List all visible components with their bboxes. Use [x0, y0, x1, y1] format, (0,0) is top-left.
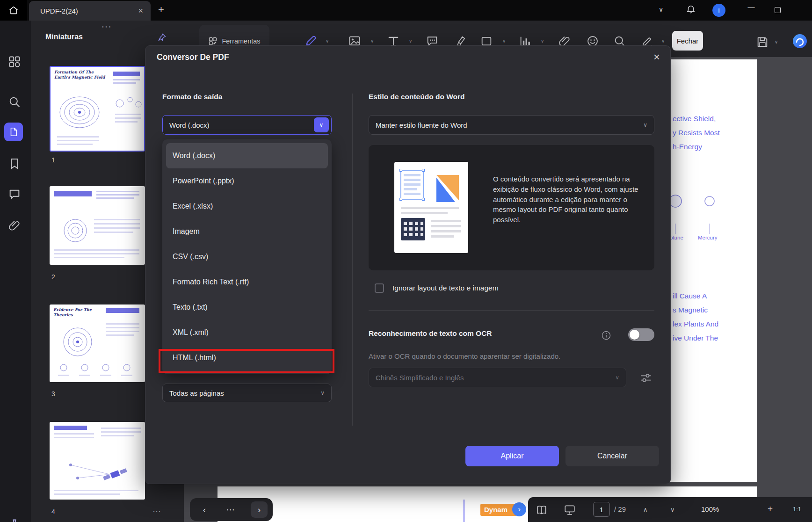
menu-item-csv[interactable]: CSV (.csv): [166, 244, 328, 269]
page-down-chevron-icon[interactable]: ∨: [670, 506, 675, 513]
text-tool-chevron-icon[interactable]: ∨: [409, 38, 412, 44]
dialog-divider: [352, 94, 353, 426]
next-page-chevron-icon[interactable]: ›: [251, 501, 268, 518]
page-number-input[interactable]: [593, 502, 610, 517]
home-button[interactable]: [0, 0, 27, 21]
close-tools-button[interactable]: Fechar: [672, 31, 703, 51]
planet-label: Mercury: [698, 235, 718, 240]
maximize-button[interactable]: [775, 7, 781, 13]
avatar[interactable]: I: [712, 4, 725, 17]
pin-icon[interactable]: [157, 33, 167, 42]
tab-list-chevron-icon[interactable]: ∨: [659, 6, 663, 13]
word-style-label: Estilo de conteúdo do Word: [369, 93, 465, 101]
sidebar-item-thumbnails[interactable]: [4, 123, 23, 141]
minimize-button[interactable]: —: [746, 3, 757, 11]
output-format-label: Formato de saída: [162, 93, 222, 101]
output-format-chevron-button[interactable]: ∨: [314, 117, 329, 132]
zoom-in-icon[interactable]: +: [768, 504, 773, 514]
ocr-hint: Ativar o OCR quando o documento aparenta…: [369, 352, 560, 360]
thumbnail-page-4[interactable]: [50, 422, 145, 500]
pdf-converter-dialog: Conversor De PDF × Formato de saída Word…: [145, 45, 671, 484]
panel-drag-handle[interactable]: ⋯: [101, 21, 112, 33]
zoom-level[interactable]: 100%: [701, 505, 719, 513]
tab-close-icon[interactable]: ×: [138, 7, 143, 15]
thumbnail-page-3[interactable]: Evidence For The Theories: [50, 304, 145, 382]
nav-more-icon[interactable]: ⋯: [224, 498, 238, 521]
page-range-chevron-icon: ∨: [320, 390, 325, 396]
menu-item-xml[interactable]: XML (.xml): [166, 320, 328, 345]
home-icon: [8, 5, 19, 15]
page-up-chevron-icon[interactable]: ∧: [643, 506, 648, 513]
avatar-initial: I: [718, 7, 720, 14]
fit-actual-size-button[interactable]: 1:1: [793, 506, 801, 513]
ocr-settings-sliders-icon[interactable]: [639, 371, 652, 384]
presentation-icon[interactable]: [564, 504, 576, 516]
output-format-select[interactable]: Word (.docx) ∨: [162, 115, 332, 135]
search-icon[interactable]: [8, 95, 21, 109]
save-icon[interactable]: [756, 36, 769, 49]
bookmark-icon[interactable]: [8, 157, 21, 170]
page-range-select[interactable]: Todas as páginas ∨: [162, 384, 332, 402]
page-range-value: Todas as páginas: [169, 389, 224, 397]
menu-item-image[interactable]: Imagem: [166, 219, 328, 244]
shape-tool-chevron-icon[interactable]: ∨: [502, 38, 506, 44]
page-number-label: 1: [51, 156, 55, 164]
document-tab[interactable]: UPDF-2(24) ×: [29, 1, 151, 21]
page-nav-pill: ‹ ⋯ ›: [190, 498, 273, 521]
word-style-select[interactable]: Manter estilo fluente do Word ∨: [369, 115, 654, 135]
doc-text-fragment: ective Shield,: [673, 115, 716, 123]
planet-diagram: [664, 191, 730, 238]
thumbnail-art: [50, 422, 145, 500]
updf-ai-icon[interactable]: [792, 34, 807, 49]
style-description: O conteúdo convertido será apresentado n…: [493, 174, 644, 225]
thumbnail-page-1[interactable]: Formation Of The Earth's Magnetic Field: [50, 66, 145, 152]
section-divider: [369, 310, 654, 311]
signature-tool-chevron-icon[interactable]: ∨: [661, 38, 665, 44]
thumbnail-page-2[interactable]: [50, 186, 145, 265]
ocr-language-select[interactable]: Chinês Simplificado e Inglês ∨: [369, 368, 626, 387]
cancel-button[interactable]: Cancelar: [566, 446, 659, 466]
menu-item-word[interactable]: Word (.docx): [166, 143, 328, 168]
apps-grid-icon[interactable]: [8, 55, 21, 68]
image-tool-chevron-icon[interactable]: ∨: [370, 38, 374, 44]
page-total-label: / 29: [614, 505, 626, 513]
tools-icon: [208, 36, 218, 46]
doc-text-fragment: ill Cause A: [673, 292, 707, 300]
pen-tool-chevron-icon[interactable]: ∨: [326, 38, 329, 44]
page-number-label: 4: [51, 508, 55, 515]
reader-mode-icon[interactable]: [536, 504, 548, 516]
menu-item-txt[interactable]: Texto (.txt): [166, 295, 328, 320]
planet-label: ptune: [670, 235, 683, 240]
ocr-info-icon[interactable]: [602, 331, 611, 340]
comments-icon[interactable]: [8, 188, 21, 201]
ocr-label: Reconhecimento de texto com OCR: [369, 329, 492, 338]
tools-label: Ferramentas: [222, 37, 260, 45]
page-number-label: 3: [51, 390, 55, 398]
save-chevron-icon[interactable]: ∨: [775, 39, 778, 44]
document-icon: [8, 127, 19, 137]
next-result-button[interactable]: ›: [512, 502, 526, 516]
ignore-layout-checkbox[interactable]: [375, 283, 384, 293]
ink-tools-icon[interactable]: [8, 518, 21, 522]
doc-text-fragment: ive Under The: [673, 334, 718, 342]
output-format-menu: Word (.docx) PowerPoint (.pptx) Excel (.…: [162, 139, 332, 374]
thumbnail-more-button[interactable]: ⋯: [152, 506, 161, 516]
dialog-title: Conversor De PDF: [157, 52, 229, 62]
new-tab-button[interactable]: +: [158, 4, 164, 16]
dialog-close-icon[interactable]: ×: [653, 51, 660, 64]
ocr-toggle[interactable]: [628, 328, 654, 341]
ocr-language-chevron-icon: ∨: [615, 374, 619, 381]
apply-button[interactable]: Aplicar: [465, 446, 559, 466]
ignore-layout-label: Ignorar layout de texto e imagem: [392, 284, 499, 292]
chart-tool-chevron-icon[interactable]: ∨: [541, 38, 544, 44]
attachment-icon[interactable]: [8, 219, 21, 232]
menu-item-html[interactable]: HTML (.html): [166, 345, 328, 370]
doc-highlight[interactable]: Dynam: [480, 504, 517, 516]
menu-item-excel[interactable]: Excel (.xlsx): [166, 194, 328, 219]
menu-item-rtf[interactable]: Formato Rich Text (.rtf): [166, 269, 328, 295]
thumbnail-art: [50, 186, 145, 265]
menu-item-powerpoint[interactable]: PowerPoint (.pptx): [166, 168, 328, 194]
prev-page-chevron-icon[interactable]: ‹: [197, 498, 211, 521]
status-bar: / 29 ∧ ∨ 100% + 1:1: [528, 497, 812, 522]
notifications-bell-icon[interactable]: [686, 5, 696, 15]
